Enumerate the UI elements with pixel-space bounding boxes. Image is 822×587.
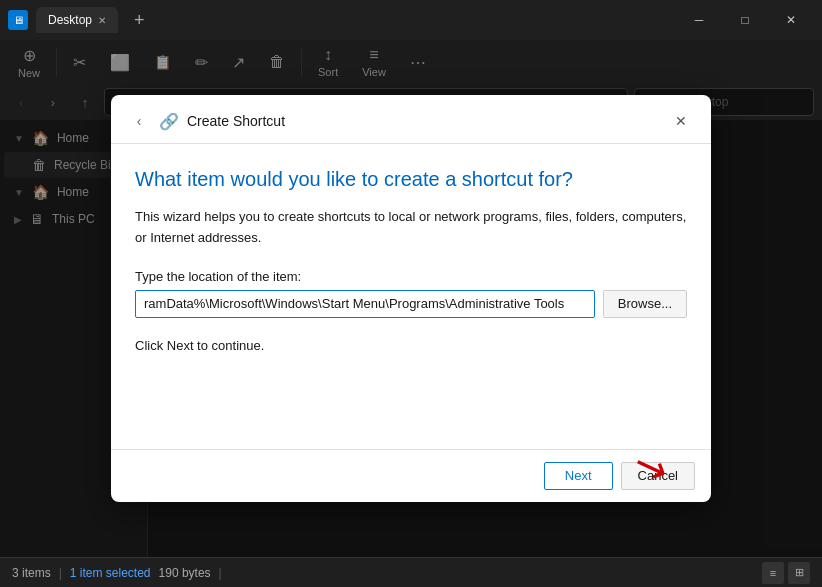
list-view-button[interactable]: ≡	[762, 562, 784, 584]
browse-button[interactable]: Browse...	[603, 290, 687, 318]
size-text: 190 bytes	[159, 566, 211, 580]
dialog-close-button[interactable]: ✕	[667, 107, 695, 135]
selected-text: 1 item selected	[70, 566, 151, 580]
close-button[interactable]: ✕	[768, 0, 814, 40]
dialog-hint: Click Next to continue.	[135, 338, 687, 353]
app-icon: 🖥	[8, 10, 28, 30]
dialog-location-input[interactable]	[135, 290, 595, 318]
dialog-body: What item would you like to create a sho…	[111, 144, 711, 449]
dialog-title-bar: ‹ 🔗 Create Shortcut ✕	[111, 95, 711, 144]
dialog-heading: What item would you like to create a sho…	[135, 168, 687, 191]
dialog-description: This wizard helps you to create shortcut…	[135, 207, 687, 249]
grid-view-button[interactable]: ⊞	[788, 562, 810, 584]
tab-close-icon[interactable]: ✕	[98, 15, 106, 26]
active-tab[interactable]: Desktop ✕	[36, 7, 118, 33]
status-bar: 3 items | 1 item selected 190 bytes | ≡ …	[0, 557, 822, 587]
dialog-title-icon: 🔗	[159, 112, 179, 131]
dialog-overlay: ‹ 🔗 Create Shortcut ✕ What item would yo…	[0, 40, 822, 557]
cancel-button[interactable]: Cancel	[621, 462, 695, 490]
dialog-location-label: Type the location of the item:	[135, 269, 687, 284]
dialog-footer: Next Cancel	[111, 449, 711, 502]
dialog-input-row: Browse...	[135, 290, 687, 318]
dialog-back-button[interactable]: ‹	[127, 109, 151, 133]
title-bar: 🖥 Desktop ✕ + ─ □ ✕	[0, 0, 822, 40]
items-count: 3 items	[12, 566, 51, 580]
minimize-button[interactable]: ─	[676, 0, 722, 40]
new-tab-button[interactable]: +	[126, 10, 153, 31]
next-button[interactable]: Next	[544, 462, 613, 490]
tab-label: Desktop	[48, 13, 92, 27]
status-separator-1: |	[59, 566, 62, 580]
dialog-title-text: Create Shortcut	[187, 113, 285, 129]
create-shortcut-dialog: ‹ 🔗 Create Shortcut ✕ What item would yo…	[111, 95, 711, 502]
status-separator-2: |	[219, 566, 222, 580]
window-controls: ─ □ ✕	[676, 0, 814, 40]
maximize-button[interactable]: □	[722, 0, 768, 40]
view-mode-icons: ≡ ⊞	[762, 562, 810, 584]
